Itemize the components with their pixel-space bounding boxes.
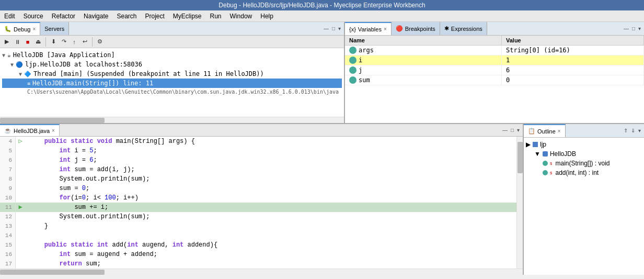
var-value-sum: 0 bbox=[502, 75, 644, 85]
debug-tab[interactable]: 🐛 Debug × bbox=[0, 22, 40, 35]
editor-tab-close[interactable]: × bbox=[52, 128, 55, 133]
var-icon-i bbox=[349, 57, 356, 64]
code-line-8: 8 System.out.println(sum); bbox=[0, 174, 516, 184]
code-line-11: 11 ▶ sum += i; bbox=[0, 203, 516, 212]
menu-source[interactable]: Source bbox=[21, 12, 45, 21]
menu-search[interactable]: Search bbox=[114, 12, 139, 21]
outline-item-add[interactable]: s add(int, int) : int bbox=[526, 168, 642, 177]
servers-tab[interactable]: Servers bbox=[40, 22, 69, 35]
var-row-j[interactable]: j 6 bbox=[345, 65, 644, 75]
variables-tab-label: Variables bbox=[358, 26, 382, 32]
outline-btn2[interactable]: ⇓ bbox=[630, 127, 636, 134]
menu-bar: Edit Source Refactor Navigate Search Pro… bbox=[0, 10, 644, 22]
tree-root[interactable]: ▼ ☕ HelloJDB [Java Application] bbox=[2, 50, 342, 60]
drop-to-frame-btn[interactable]: ↩ bbox=[80, 37, 89, 47]
tree-child2-label: Thread [main] (Suspended (breakpoint at … bbox=[33, 70, 264, 77]
step-over-btn[interactable]: ↷ bbox=[59, 37, 68, 47]
breakpoints-tab[interactable]: 🔴 Breakpoints bbox=[392, 22, 440, 35]
menu-myeclipse[interactable]: MyEclipse bbox=[171, 12, 204, 21]
sep2 bbox=[92, 37, 93, 47]
code-line-17: 17 return sum; bbox=[0, 259, 516, 269]
line-num-13: 13 bbox=[0, 221, 16, 231]
outline-btn1[interactable]: ⇑ bbox=[623, 127, 629, 134]
var-name-j: j bbox=[345, 65, 502, 75]
variables-tab[interactable]: {x} Variables × bbox=[345, 22, 392, 35]
debug-tab-label: Debug bbox=[14, 26, 30, 32]
editor-menu-btn[interactable]: ▾ bbox=[516, 127, 521, 133]
line-content-5: int i = 5; bbox=[25, 146, 97, 155]
var-row-sum[interactable]: sum 0 bbox=[345, 75, 644, 85]
line-content-9: sum = 0; bbox=[25, 184, 89, 193]
line-num-10: 10 bbox=[0, 193, 16, 203]
outline-tab[interactable]: 📋 Outline × bbox=[524, 124, 566, 137]
editor-v-scrollbar[interactable] bbox=[516, 137, 523, 269]
window-title: Debug - HelloJDB/src/ljp/HelloJDB.java -… bbox=[218, 2, 425, 9]
code-line-10: 10 for(i=0; i< 100; i++) bbox=[0, 193, 516, 203]
servers-tab-label: Servers bbox=[44, 26, 64, 32]
editor-tab-hellojdb[interactable]: ☕ HelloJDB.java × bbox=[0, 124, 60, 136]
line-num-14: 14 bbox=[0, 231, 16, 240]
suspend-btn[interactable]: ⏸ bbox=[13, 37, 22, 47]
outline-btn3[interactable]: ▾ bbox=[637, 127, 642, 134]
var-table-header: Name Value bbox=[345, 36, 644, 46]
var-row-args[interactable]: args String[0] (id=16) bbox=[345, 46, 644, 55]
line-num-4: 4 bbox=[0, 137, 16, 146]
expressions-icon: ✱ bbox=[444, 25, 449, 32]
debug-tab-close[interactable]: × bbox=[32, 26, 36, 32]
maximize-debug-btn[interactable]: □ bbox=[331, 25, 336, 32]
var-minimize-btn[interactable]: — bbox=[623, 25, 630, 32]
outline-main-label: main(String[]) : void bbox=[556, 160, 610, 167]
var-menu-btn[interactable]: ▾ bbox=[637, 25, 642, 32]
variables-tab-close[interactable]: × bbox=[384, 26, 387, 32]
code-line-7: 7 int sum = add(i, j); bbox=[0, 165, 516, 174]
menu-edit[interactable]: Edit bbox=[2, 12, 17, 21]
line-num-5: 5 bbox=[0, 146, 16, 155]
disconnect-btn[interactable]: ⏏ bbox=[33, 37, 43, 47]
outline-class-icon bbox=[543, 151, 548, 157]
var-value-j: 6 bbox=[502, 65, 644, 75]
debug-h-scrollbar[interactable] bbox=[0, 117, 344, 123]
menu-help[interactable]: Help bbox=[258, 12, 275, 21]
line-content-13: } bbox=[25, 221, 48, 231]
editor-h-scrollbar[interactable] bbox=[0, 269, 523, 275]
debug-icon: 🐛 bbox=[4, 26, 12, 32]
code-line-9: 9 sum = 0; bbox=[0, 184, 516, 193]
tree-child2[interactable]: ▼ 🔷 Thread [main] (Suspended (breakpoint… bbox=[2, 69, 342, 79]
tree-child1[interactable]: ▼ 🔵 ljp.HelloJDB at localhost:58036 bbox=[2, 60, 342, 69]
var-row-i[interactable]: i 1 bbox=[345, 55, 644, 65]
menu-project[interactable]: Project bbox=[143, 12, 166, 21]
use-step-filters-btn[interactable]: ⚙ bbox=[95, 37, 105, 47]
menu-navigate[interactable]: Navigate bbox=[82, 12, 110, 21]
var-icon-sum bbox=[349, 76, 356, 84]
menu-refactor[interactable]: Refactor bbox=[50, 12, 77, 21]
line-arrow-4: ▷ bbox=[16, 137, 25, 146]
editor-maximize-btn[interactable]: □ bbox=[510, 127, 515, 133]
close-debug-btn[interactable]: ▾ bbox=[337, 25, 342, 32]
line-content-7: int sum = add(i, j); bbox=[25, 165, 135, 174]
step-return-btn[interactable]: ↑ bbox=[70, 37, 79, 47]
outline-item-main[interactable]: s main(String[]) : void bbox=[526, 159, 642, 168]
tree-child4[interactable]: C:\Users\suzenan\AppData\Local\Genuitec\… bbox=[2, 88, 342, 96]
debug-toolbar: ▶ ⏸ ■ ⏏ ⬇ ↷ ↑ ↩ ⚙ bbox=[0, 36, 344, 48]
step-into-btn[interactable]: ⬇ bbox=[49, 37, 58, 47]
editor-h-scroll-thumb[interactable] bbox=[0, 270, 105, 275]
tree-child3[interactable]: ≡ HelloJDB.main(String[]) line: 11 bbox=[2, 79, 342, 88]
terminate-btn[interactable]: ■ bbox=[23, 37, 32, 47]
outline-item-hellojdb[interactable]: ▼ HelloJDB bbox=[526, 149, 642, 159]
menu-run[interactable]: Run bbox=[208, 12, 224, 21]
outline-item-ljp[interactable]: ▶ ljp bbox=[526, 140, 642, 149]
resume-btn[interactable]: ▶ bbox=[2, 37, 12, 47]
debug-h-scroll-thumb[interactable] bbox=[0, 118, 105, 123]
outline-tab-close[interactable]: × bbox=[558, 128, 561, 134]
expressions-tab[interactable]: ✱ Expressions bbox=[440, 22, 487, 35]
menu-window[interactable]: Window bbox=[228, 12, 255, 21]
code-editor[interactable]: 4 ▷ public static void main(String[] arg… bbox=[0, 137, 516, 269]
line-content-16: int sum = augend + addend; bbox=[25, 250, 157, 259]
var-maximize-btn[interactable]: □ bbox=[631, 25, 636, 32]
outline-pane: 📋 Outline × ⇑ ⇓ ▾ ▶ ljp bbox=[524, 124, 644, 275]
minimize-debug-btn[interactable]: — bbox=[323, 25, 330, 32]
code-line-6: 6 int j = 6; bbox=[0, 155, 516, 165]
var-name-i: i bbox=[345, 55, 502, 65]
editor-minimize-btn[interactable]: — bbox=[501, 127, 509, 133]
editor-v-scroll-thumb[interactable] bbox=[518, 142, 523, 173]
